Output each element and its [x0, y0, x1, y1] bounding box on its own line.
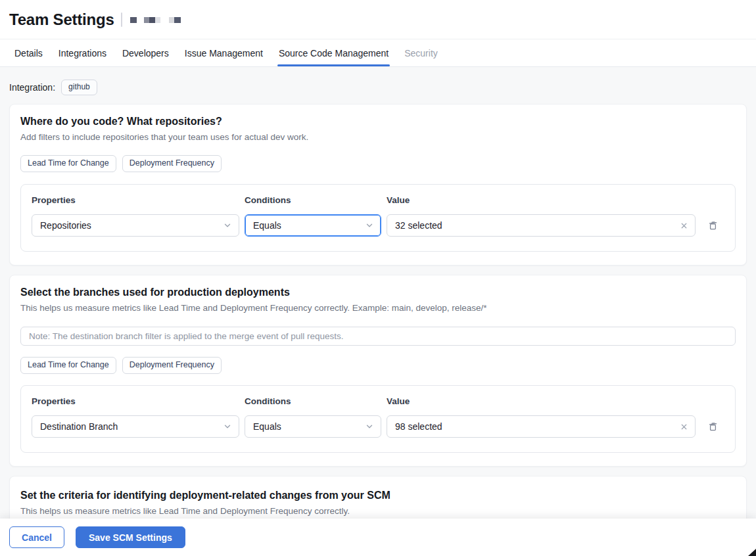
- redacted-team-name: [130, 17, 181, 23]
- integration-label: Integration:: [9, 82, 55, 93]
- footer-action-bar: Cancel Save SCM Settings: [0, 519, 756, 556]
- redaction-block: [144, 17, 149, 23]
- tab-source-code-management[interactable]: Source Code Management: [279, 39, 389, 66]
- tab-details[interactable]: Details: [14, 39, 43, 66]
- integration-provider-chip[interactable]: github: [61, 80, 97, 95]
- tab-bar: Details Integrations Developers Issue Ma…: [0, 39, 756, 67]
- clear-selection-icon[interactable]: [680, 423, 688, 431]
- value-multiselect-text: 98 selected: [395, 421, 442, 432]
- metric-tag-row: Lead Time for Change Deployment Frequenc…: [20, 357, 736, 374]
- trash-icon: [707, 421, 719, 432]
- tab-label: Developers: [122, 48, 169, 58]
- value-multiselect-text: 32 selected: [395, 220, 442, 231]
- tag-lead-time-for-change[interactable]: Lead Time for Change: [20, 357, 116, 374]
- condition-select[interactable]: Equals: [245, 415, 381, 438]
- metric-tag-row: Lead Time for Change Deployment Frequenc…: [20, 155, 736, 172]
- tab-label: Details: [14, 48, 43, 58]
- cursor-artifact: [747, 549, 756, 556]
- branches-filter-box: Properties Conditions Value Destination …: [20, 385, 736, 453]
- branches-card: Select the branches used for production …: [9, 275, 747, 467]
- title-row: Team Settings: [9, 11, 747, 29]
- integration-row: Integration: github: [9, 80, 747, 95]
- condition-select-value: Equals: [253, 421, 281, 432]
- properties-label: Properties: [32, 195, 239, 205]
- property-select[interactable]: Destination Branch: [32, 415, 239, 438]
- page-title: Team Settings: [9, 11, 114, 29]
- card-title: Set the criteria for identifying deploym…: [20, 490, 736, 501]
- title-divider: [121, 12, 122, 27]
- redaction-block: [130, 17, 137, 23]
- condition-select[interactable]: Equals: [245, 214, 381, 237]
- property-select[interactable]: Repositories: [32, 214, 239, 237]
- tab-active-underline: [277, 64, 390, 66]
- branch-note-input[interactable]: [20, 327, 736, 346]
- page-header: Team Settings: [0, 0, 756, 39]
- properties-label: Properties: [32, 396, 239, 406]
- card-title: Where do you code? What repositories?: [20, 116, 736, 127]
- value-multiselect[interactable]: 98 selected: [387, 415, 696, 438]
- trash-icon: [707, 220, 719, 231]
- tab-label: Source Code Management: [279, 48, 389, 58]
- tab-label: Integrations: [59, 48, 106, 58]
- property-select-value: Destination Branch: [40, 421, 118, 432]
- conditions-label: Conditions: [245, 195, 381, 205]
- value-label: Value: [387, 396, 696, 406]
- tag-deployment-frequency[interactable]: Deployment Frequency: [122, 155, 222, 172]
- value-multiselect[interactable]: 32 selected: [387, 214, 696, 237]
- card-subtitle: Add filters to include repositories that…: [20, 132, 736, 142]
- save-scm-settings-button[interactable]: Save SCM Settings: [76, 526, 185, 548]
- redaction-block: [169, 17, 174, 23]
- tab-security: Security: [404, 39, 438, 66]
- conditions-label: Conditions: [245, 396, 381, 406]
- tab-developers[interactable]: Developers: [122, 39, 169, 66]
- card-subtitle: This helps us measure metrics like Lead …: [20, 303, 736, 313]
- card-title: Select the branches used for production …: [20, 287, 736, 298]
- redaction-block: [174, 17, 181, 23]
- repositories-card: Where do you code? What repositories? Ad…: [9, 104, 747, 266]
- repositories-filter-box: Properties Conditions Value Repositories…: [20, 184, 736, 252]
- property-select-value: Repositories: [40, 220, 91, 231]
- card-subtitle: This helps us measure metrics like Lead …: [20, 506, 736, 516]
- tag-deployment-frequency[interactable]: Deployment Frequency: [122, 357, 222, 374]
- tag-lead-time-for-change[interactable]: Lead Time for Change: [20, 155, 116, 172]
- clear-selection-icon[interactable]: [680, 221, 688, 230]
- chevron-down-icon: [365, 422, 374, 431]
- chevron-down-icon: [365, 221, 374, 230]
- tab-issue-management[interactable]: Issue Management: [185, 39, 263, 66]
- tab-integrations[interactable]: Integrations: [59, 39, 106, 66]
- redaction-block: [155, 17, 160, 23]
- chevron-down-icon: [223, 221, 232, 230]
- delete-filter-button[interactable]: [701, 415, 724, 438]
- main-content: Integration: github Where do you code? W…: [0, 80, 756, 530]
- value-label: Value: [387, 195, 696, 205]
- delete-filter-button[interactable]: [701, 214, 724, 237]
- tab-label: Security: [404, 48, 438, 58]
- tab-label: Issue Management: [185, 48, 263, 58]
- condition-select-value: Equals: [253, 220, 281, 231]
- cancel-button[interactable]: Cancel: [9, 526, 64, 548]
- chevron-down-icon: [223, 422, 232, 431]
- redaction-block: [149, 17, 155, 23]
